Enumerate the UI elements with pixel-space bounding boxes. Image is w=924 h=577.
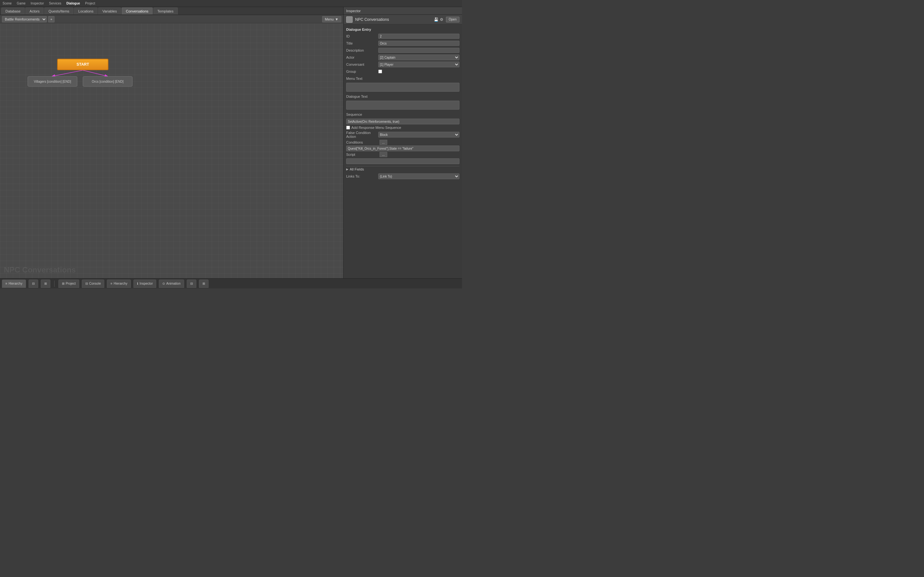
tab-database[interactable]: Database [1, 7, 25, 15]
dialogue-tab-top[interactable]: Dialogue [66, 2, 80, 5]
menu-text-input[interactable] [346, 83, 459, 92]
field-menu-text: Menu Text [346, 76, 459, 81]
id-input[interactable] [378, 34, 459, 39]
tab-conversations[interactable]: Conversations [121, 7, 152, 15]
project-icon: ⊞ [62, 282, 65, 285]
tab-templates[interactable]: Templates [153, 7, 178, 15]
menu-button[interactable]: Menu ▼ [322, 16, 341, 23]
svg-line-1 [83, 70, 107, 76]
canvas-svg [0, 23, 343, 278]
actor-label: Actor [346, 55, 378, 59]
field-conversant: Conversant [1] Player [346, 61, 459, 67]
field-dialogue-text: Dialogue Text [346, 93, 459, 99]
id-label: ID [346, 34, 378, 38]
conversation-toolbar: Battle Reinforcements + Menu ▼ [0, 15, 343, 23]
npc-conversations-header: NPC Conversations 💾 ⚙ Open [344, 15, 462, 24]
canvas-area[interactable]: START Villagers [condition] [END] Orcs [… [0, 23, 343, 278]
tab-variables[interactable]: Variables [98, 7, 121, 15]
links-to-label: Links To: [346, 174, 378, 178]
field-sequence: Sequence [346, 111, 459, 117]
dialogue-entry-header: Dialogue Entry [346, 27, 459, 31]
field-false-condition: False Condition Action Block [346, 131, 459, 139]
title-input[interactable] [378, 41, 459, 46]
actor-select[interactable]: [2] Captain [378, 55, 459, 60]
dialogue-tab-bar: Database Actors Quests/Items Locations V… [0, 7, 343, 15]
open-button[interactable]: Open [446, 17, 459, 23]
add-response-row: Add Response Menu Sequence [346, 126, 459, 129]
canvas-watermark: NPC Conversations [4, 266, 76, 274]
bottom-tab-project[interactable]: ⊞ Project [58, 279, 79, 288]
script-dots-button[interactable]: ... [380, 152, 387, 157]
conditions-input[interactable] [346, 145, 459, 151]
menu-text-area [346, 83, 459, 92]
inspector-panel: Inspector NPC Conversations 💾 ⚙ Open Dia… [343, 7, 462, 278]
save-icon[interactable]: 💾 [434, 17, 439, 22]
sequence-label: Sequence [346, 113, 378, 116]
bottom-tab-hierarchy[interactable]: ≡ Hierarchy [2, 279, 26, 288]
field-id: ID [346, 33, 459, 39]
menu-text-label: Menu Text [346, 77, 378, 81]
inspector-content: Dialogue Entry ID Title Description Acto… [344, 24, 462, 278]
field-script: Script ... [346, 152, 459, 157]
description-input[interactable] [378, 48, 459, 53]
all-fields-label: All Fields [350, 167, 364, 171]
links-to-row: Links To: (Link To) [346, 173, 459, 179]
bottom-tab-inspector[interactable]: ℹ Inspector [134, 279, 156, 288]
tab-actors[interactable]: Actors [25, 7, 44, 15]
start-node[interactable]: START [57, 59, 108, 70]
false-condition-label: False Condition Action [346, 131, 378, 139]
field-actor: Actor [2] Captain [346, 55, 459, 60]
script-label: Script [346, 153, 378, 156]
main-container: Database Actors Quests/Items Locations V… [0, 7, 462, 278]
expand-arrow-icon: ▶ [346, 168, 349, 171]
field-description: Description [346, 47, 459, 53]
services-tab[interactable]: Services [49, 2, 61, 5]
game-tab[interactable]: Game [17, 2, 25, 5]
inspector-tab-top[interactable]: Inspector [31, 2, 44, 5]
bottom-tab-animation[interactable]: ⊙ Animation [159, 279, 184, 288]
links-to-select[interactable]: (Link To) [378, 173, 459, 179]
bottom-bar: ≡ Hierarchy ⊟ ⊞ ⊞ Project ⊟ Console ≡ Hi… [0, 278, 462, 288]
sequence-input[interactable] [346, 119, 459, 124]
svg-line-0 [52, 70, 83, 76]
conditions-dots-button[interactable]: ... [380, 140, 387, 145]
project-tab-top[interactable]: Project [85, 2, 95, 5]
settings-icon[interactable]: ⚙ [440, 17, 443, 22]
unity-top-bar: Scene Game Inspector Services Dialogue P… [0, 0, 462, 7]
all-fields-section[interactable]: ▶ All Fields [346, 166, 459, 172]
add-conversation-button[interactable]: + [48, 16, 55, 23]
console-icon: ⊟ [86, 282, 88, 285]
conversant-select[interactable]: [1] Player [378, 61, 459, 67]
bottom-tab-panel1[interactable]: ⊟ [29, 279, 38, 288]
group-checkbox[interactable] [378, 69, 382, 73]
title-label: Title [346, 41, 378, 45]
add-response-label: Add Response Menu Sequence [351, 126, 401, 129]
conversant-label: Conversant [346, 63, 378, 66]
tab-quests-items[interactable]: Quests/Items [44, 7, 73, 15]
animation-icon: ⊙ [162, 282, 165, 285]
conversation-select[interactable]: Battle Reinforcements [2, 16, 47, 23]
tab-locations[interactable]: Locations [74, 7, 97, 15]
bottom-tab-console[interactable]: ⊟ Console [82, 279, 105, 288]
bottom-tab-hierarchy2[interactable]: ≡ Hierarchy [107, 279, 131, 288]
npc-icon [346, 16, 352, 23]
add-response-checkbox[interactable] [346, 126, 350, 129]
inspector-header-title: Inspector [346, 9, 360, 13]
scene-tab[interactable]: Scene [3, 2, 11, 5]
group-label: Group [346, 69, 378, 73]
bottom-tab-right1[interactable]: ⊟ [187, 279, 196, 288]
hierarchy-icon: ≡ [5, 282, 7, 285]
dialogue-panel: Database Actors Quests/Items Locations V… [0, 7, 343, 278]
conditions-label: Conditions [346, 140, 378, 144]
bottom-tab-right2[interactable]: ⊞ [199, 279, 208, 288]
script-input[interactable] [346, 158, 459, 164]
false-condition-select[interactable]: Block [378, 132, 459, 137]
orcs-node[interactable]: Orcs [condition] [END] [83, 76, 132, 87]
villagers-node[interactable]: Villagers [condition] [END] [27, 76, 78, 87]
field-group: Group [346, 69, 459, 74]
dialogue-text-label: Dialogue Text [346, 95, 378, 98]
bottom-tab-panel2[interactable]: ⊞ [41, 279, 50, 288]
npc-title: NPC Conversations [355, 17, 431, 22]
inspector-header: Inspector [344, 7, 462, 15]
dialogue-text-input[interactable] [346, 101, 459, 110]
